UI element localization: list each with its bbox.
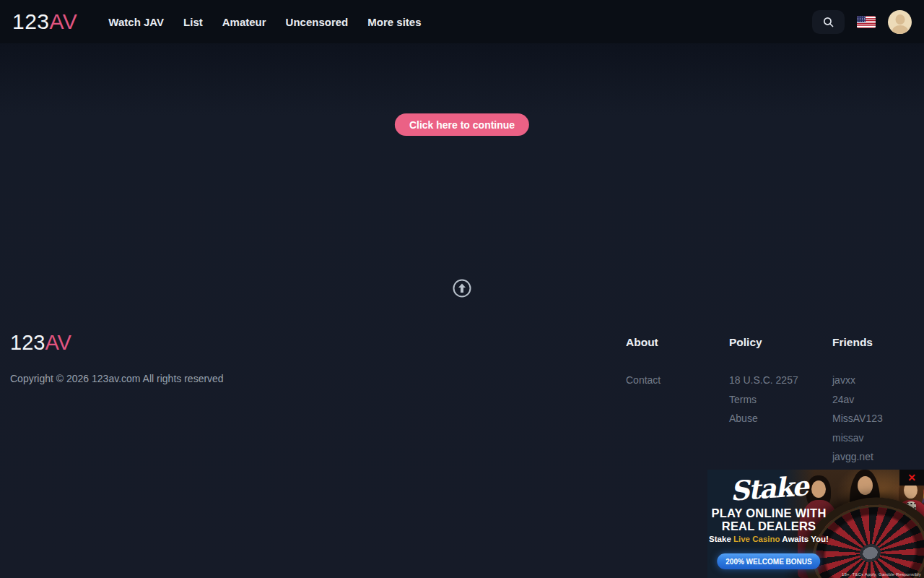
footer-column-title: Friends bbox=[832, 336, 924, 349]
footer-link-javgg[interactable]: javgg.net bbox=[832, 447, 924, 467]
page-footer: 123AV Copyright © 2026 123av.com All rig… bbox=[0, 325, 924, 486]
footer-column-policy: Policy 18 U.S.C. 2257 Terms Abuse bbox=[729, 325, 832, 486]
nav-item-more-sites[interactable]: More sites bbox=[367, 16, 421, 28]
close-icon: ✕ bbox=[907, 473, 916, 483]
site-logo[interactable]: 123AV bbox=[12, 9, 77, 34]
footer-link-javxx[interactable]: javxx bbox=[832, 371, 924, 390]
logo-prefix: 123 bbox=[12, 9, 50, 33]
footer-column-friends: Friends javxx 24av MissAV123 missav javg… bbox=[832, 325, 924, 486]
top-navbar: 123AV Watch JAV List Amateur Uncensored … bbox=[0, 0, 924, 43]
footer-logo[interactable]: 123AV bbox=[10, 331, 626, 355]
footer-logo-suffix: AV bbox=[45, 331, 71, 354]
nav-item-list[interactable]: List bbox=[183, 16, 203, 28]
nav-item-uncensored[interactable]: Uncensored bbox=[286, 16, 349, 28]
footer-link-contact[interactable]: Contact bbox=[626, 371, 729, 390]
footer-link-24av[interactable]: 24av bbox=[832, 390, 924, 410]
stake-logo: Stake bbox=[707, 470, 831, 509]
footer-link-missav123[interactable]: MissAV123 bbox=[832, 409, 924, 428]
avatar-shoulders bbox=[892, 25, 908, 34]
footer-column-title: Policy bbox=[729, 336, 832, 349]
main-navigation: Watch JAV List Amateur Uncensored More s… bbox=[108, 16, 421, 28]
logo-suffix: AV bbox=[50, 9, 78, 33]
user-avatar[interactable] bbox=[888, 10, 912, 34]
ad-subline: Stake Live Casino Awaits You! bbox=[707, 535, 830, 543]
copyright-notice: Copyright © 2026 123av.com All rights re… bbox=[10, 373, 626, 384]
footer-link-abuse[interactable]: Abuse bbox=[729, 409, 832, 428]
casino-ad-banner[interactable]: Stake PLAY ONLINE WITH REAL DEALERS Stak… bbox=[707, 470, 924, 578]
ad-bonus-cta-button[interactable]: 200% WELCOME BONUS bbox=[717, 553, 820, 569]
ad-headline-line2: REAL DEALERS bbox=[707, 519, 830, 532]
search-icon bbox=[822, 16, 834, 28]
avatar-head bbox=[895, 14, 905, 25]
footer-column-title: About bbox=[626, 336, 729, 349]
ad-close-button[interactable]: ✕ bbox=[899, 470, 924, 486]
scroll-to-top-button[interactable] bbox=[453, 279, 471, 298]
flag-canton bbox=[857, 16, 866, 22]
arrow-up-circle-icon bbox=[453, 279, 471, 298]
ad-subline-highlight: Live Casino bbox=[733, 535, 780, 543]
ad-headline-line1: PLAY ONLINE WITH bbox=[707, 506, 830, 519]
ad-disclaimer: 18+, T&Cs Apply, Gamble Responsibly bbox=[842, 572, 921, 577]
continue-button[interactable]: Click here to continue bbox=[395, 113, 529, 136]
search-button[interactable] bbox=[812, 10, 845, 34]
navbar-actions bbox=[812, 10, 912, 34]
nav-item-amateur[interactable]: Amateur bbox=[222, 16, 266, 28]
footer-link-2257[interactable]: 18 U.S.C. 2257 bbox=[729, 371, 832, 390]
footer-brand-block: 123AV Copyright © 2026 123av.com All rig… bbox=[10, 325, 626, 486]
nav-item-watch-jav[interactable]: Watch JAV bbox=[108, 16, 164, 28]
footer-link-missav[interactable]: missav bbox=[832, 428, 924, 448]
footer-column-about: About Contact bbox=[626, 325, 729, 486]
footer-logo-prefix: 123 bbox=[10, 331, 45, 354]
language-flag-us-icon[interactable] bbox=[857, 16, 876, 28]
footer-link-terms[interactable]: Terms bbox=[729, 390, 832, 410]
